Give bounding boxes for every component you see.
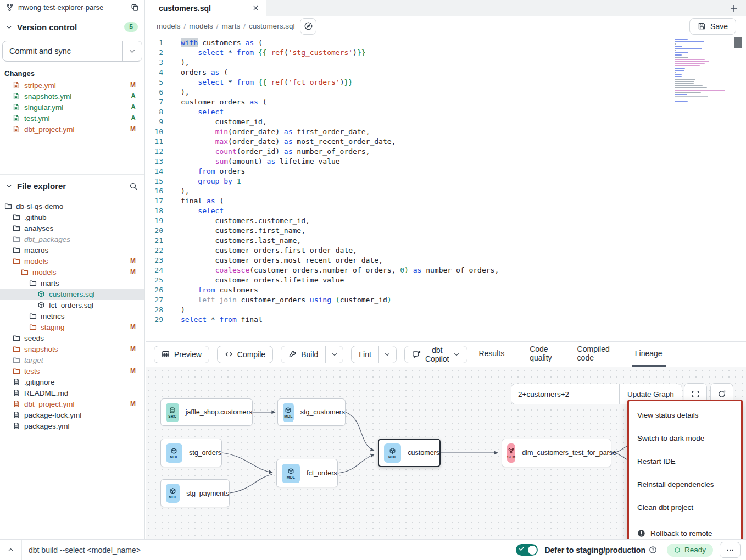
code-line-15[interactable]: 15 group by 1 xyxy=(146,176,746,186)
menu-item-switch-to-dark-mode[interactable]: Switch to dark mode xyxy=(629,426,741,450)
new-tab-button[interactable] xyxy=(722,0,746,16)
tab-customers-sql[interactable]: customers.sql xyxy=(146,0,266,16)
build-dropdown[interactable] xyxy=(325,346,343,363)
tree-item-macros[interactable]: macros xyxy=(0,245,144,256)
change-file-dbt_project.yml[interactable]: dbt_project.yml M xyxy=(0,124,144,135)
change-file-test.yml[interactable]: test.yml A xyxy=(0,113,144,124)
defer-toggle[interactable] xyxy=(516,544,538,556)
code-line-10[interactable]: 10 min(order_date) as first_order_date, xyxy=(146,127,746,137)
code-line-7[interactable]: 7customer_orders as ( xyxy=(146,97,746,107)
tab-compiled-code[interactable]: Compiled code xyxy=(574,342,613,367)
menu-item-view-status-details[interactable]: View status details xyxy=(629,403,741,426)
code-line-1[interactable]: 1with customers as ( xyxy=(146,38,746,48)
code-line-9[interactable]: 9 customer_id, xyxy=(146,117,746,127)
tree-item-tests[interactable]: testsM xyxy=(0,365,144,376)
code-line-11[interactable]: 11 max(order_date) as most_recent_order_… xyxy=(146,137,746,147)
commit-options-dropdown[interactable] xyxy=(122,41,142,61)
lineage-node-dim_customers_test_for_parse[interactable]: SEM dim_customers_test_for_parse xyxy=(502,439,611,467)
code-line-14[interactable]: 14 from orders xyxy=(146,167,746,176)
tab-code-quality[interactable]: Code quality xyxy=(526,342,555,367)
code-line-21[interactable]: 21 customers.last_name, xyxy=(146,236,746,246)
tree-item-customers.sql[interactable]: customers.sql xyxy=(0,289,144,300)
tree-item-metrics[interactable]: metrics xyxy=(0,311,144,321)
dbt-copilot-button[interactable]: dbt Copilot xyxy=(404,346,468,363)
lint-button[interactable]: Lint xyxy=(352,346,378,363)
search-icon[interactable] xyxy=(129,182,138,191)
minimap[interactable] xyxy=(675,39,730,103)
tab-results[interactable]: Results xyxy=(475,342,508,367)
code-line-2[interactable]: 2 select * from {{ ref('stg_customers')}… xyxy=(146,48,746,58)
tree-item-.github[interactable]: .github xyxy=(0,212,144,223)
code-line-22[interactable]: 22 customer_orders.first_order_date, xyxy=(146,246,746,256)
lineage-selector-input[interactable] xyxy=(511,384,619,404)
tree-item-README.md[interactable]: README.md xyxy=(0,387,144,398)
code-editor[interactable]: 1with customers as (2 select * from {{ r… xyxy=(146,36,746,341)
change-file-singular.yml[interactable]: singular.yml A xyxy=(0,102,144,113)
breadcrumb-item-models[interactable]: models xyxy=(189,22,213,30)
code-line-6[interactable]: 6), xyxy=(146,87,746,97)
lineage-node-jaffle_shop_customers[interactable]: SRC jaffle_shop.customers xyxy=(160,398,253,426)
lineage-node-stg_payments[interactable]: MDL stg_payments xyxy=(160,479,230,507)
code-line-8[interactable]: 8 select xyxy=(146,107,746,117)
code-line-19[interactable]: 19 customers.customer_id, xyxy=(146,216,746,226)
lineage-node-stg_customers[interactable]: MDL stg_customers xyxy=(277,398,346,426)
lineage-node-fct_orders[interactable]: MDL fct_orders xyxy=(276,459,338,487)
tree-item-snapshots[interactable]: snapshotsM xyxy=(0,343,144,354)
menu-item-clean-dbt-project[interactable]: Clean dbt project xyxy=(629,496,741,519)
code-line-28[interactable]: 28) xyxy=(146,305,746,315)
save-button[interactable]: Save xyxy=(689,18,736,35)
tree-item-package-lock.yml[interactable]: package-lock.yml xyxy=(0,409,144,420)
tree-item-seeds[interactable]: seeds xyxy=(0,332,144,343)
tree-item-marts[interactable]: marts xyxy=(0,278,144,289)
code-line-13[interactable]: 13 sum(amount) as lifetime_value xyxy=(146,157,746,167)
change-file-snapshots.yml[interactable]: snapshots.yml A xyxy=(0,91,144,102)
menu-item-restart-ide[interactable]: Restart IDE xyxy=(629,450,741,473)
code-line-24[interactable]: 24 coalesce(customer_orders.number_of_or… xyxy=(146,265,746,275)
lineage-node-customers[interactable]: MDL customers xyxy=(378,439,441,467)
code-line-16[interactable]: 16), xyxy=(146,186,746,196)
tree-item-target[interactable]: target xyxy=(0,354,144,365)
editor-scrollbar[interactable] xyxy=(734,36,742,341)
commit-and-sync-button[interactable]: Commit and sync xyxy=(2,41,142,62)
code-line-27[interactable]: 27 left join customer_orders using (cust… xyxy=(146,295,746,305)
menu-item-reinstall-dependencies[interactable]: Reinstall dependencies xyxy=(629,473,741,496)
code-line-25[interactable]: 25 customer_orders.lifetime_value xyxy=(146,275,746,285)
copy-branch-icon[interactable] xyxy=(131,3,139,12)
collapse-command-bar-button[interactable] xyxy=(0,540,22,560)
tree-item-dbt_project.yml[interactable]: dbt_project.ymlM xyxy=(0,398,144,409)
compile-button[interactable]: Compile xyxy=(217,346,273,363)
code-line-26[interactable]: 26 from customers xyxy=(146,285,746,295)
build-button[interactable]: Build xyxy=(281,346,325,363)
code-line-23[interactable]: 23 customer_orders.most_recent_order_dat… xyxy=(146,256,746,265)
tree-item-db-sl-qs-demo[interactable]: db-sl-qs-demo xyxy=(0,201,144,212)
tree-item-analyses[interactable]: analyses xyxy=(0,223,144,234)
file-explorer-header[interactable]: File explorer xyxy=(0,175,144,195)
help-icon[interactable] xyxy=(649,546,657,554)
menu-item-rollback-to-remote[interactable]: Rollback to remote xyxy=(629,522,741,539)
version-control-header[interactable]: Version control 5 xyxy=(0,15,144,36)
tree-item-.gitignore[interactable]: .gitignore xyxy=(0,376,144,387)
command-input[interactable]: dbt build --select <model_name> xyxy=(22,546,516,555)
scrollbar-thumb[interactable] xyxy=(734,37,742,48)
code-line-4[interactable]: 4orders as ( xyxy=(146,68,746,77)
breadcrumb-item-marts[interactable]: marts xyxy=(222,22,241,30)
tree-item-dbt_packages[interactable]: dbt_packages xyxy=(0,234,144,245)
close-icon[interactable] xyxy=(252,4,259,12)
preview-button[interactable]: Preview xyxy=(154,346,209,363)
code-line-20[interactable]: 20 customers.first_name, xyxy=(146,226,746,236)
breadcrumb-item-models[interactable]: models xyxy=(157,22,181,30)
more-options-button[interactable] xyxy=(720,542,741,558)
change-file-stripe.yml[interactable]: stripe.yml M xyxy=(0,80,144,91)
code-line-3[interactable]: 3), xyxy=(146,58,746,68)
code-line-17[interactable]: 17final as ( xyxy=(146,196,746,206)
tree-item-packages.yml[interactable]: packages.yml xyxy=(0,420,144,431)
code-line-12[interactable]: 12 count(order_id) as number_of_orders, xyxy=(146,147,746,157)
tree-item-models[interactable]: modelsM xyxy=(0,256,144,267)
tab-lineage[interactable]: Lineage xyxy=(632,342,666,367)
copilot-compass-button[interactable] xyxy=(300,18,316,35)
lineage-node-stg_orders[interactable]: MDL stg_orders xyxy=(160,439,222,467)
breadcrumb-item-customers.sql[interactable]: customers.sql xyxy=(249,22,294,30)
code-line-29[interactable]: 29select * from final xyxy=(146,315,746,325)
tree-item-staging[interactable]: stagingM xyxy=(0,321,144,332)
code-line-5[interactable]: 5 select * from {{ ref('fct_orders')}} xyxy=(146,77,746,87)
